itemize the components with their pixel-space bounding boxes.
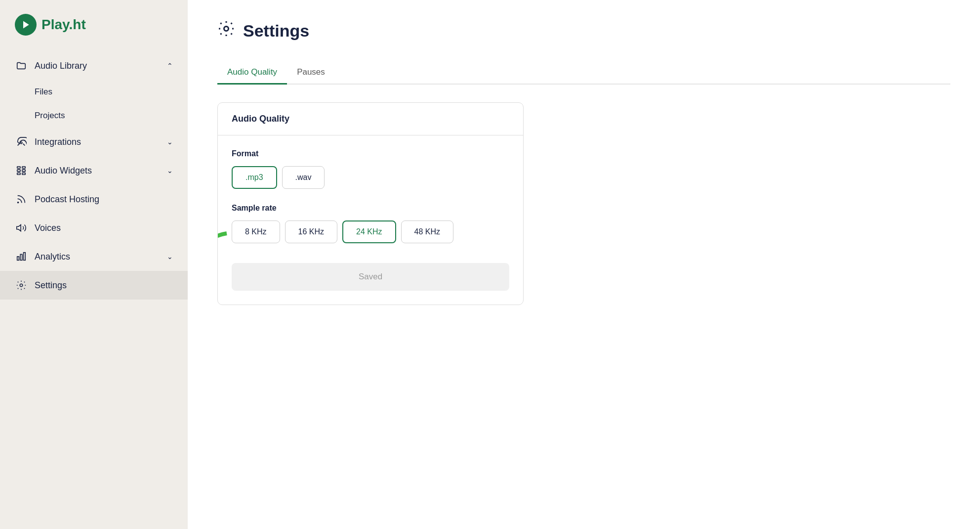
sidebar-item-projects[interactable]: Projects	[0, 104, 188, 128]
format-mp3-button[interactable]: .mp3	[232, 166, 277, 189]
sidebar-item-audio-widgets[interactable]: Audio Widgets ⌄	[0, 156, 188, 185]
logo-text: Play.ht	[41, 17, 86, 33]
svg-marker-0	[23, 21, 29, 29]
sidebar-item-podcast-hosting[interactable]: Podcast Hosting	[0, 185, 188, 214]
save-button[interactable]: Saved	[232, 263, 509, 291]
svg-rect-2	[17, 167, 20, 169]
logo-area: Play.ht	[0, 0, 188, 51]
main-nav: Audio Library ⌃ Files Projects Integrati…	[0, 51, 188, 529]
sidebar-label-audio-library: Audio Library	[35, 61, 160, 71]
rss-icon	[15, 194, 28, 205]
settings-gear-icon	[217, 20, 235, 42]
svg-rect-4	[17, 173, 20, 175]
chevron-down-icon-3: ⌄	[167, 253, 173, 261]
svg-rect-11	[20, 254, 22, 260]
chevron-down-icon-2: ⌄	[167, 167, 173, 175]
sidebar-label-audio-widgets: Audio Widgets	[35, 166, 160, 176]
page-header: Settings	[217, 20, 950, 42]
svg-point-13	[20, 284, 23, 287]
save-section: Saved	[232, 258, 509, 291]
audio-quality-card: Audio Quality Format .mp3 .wav Sample ra…	[217, 102, 524, 305]
tab-pauses[interactable]: Pauses	[287, 61, 335, 85]
svg-rect-12	[24, 253, 26, 261]
card-title: Audio Quality	[232, 114, 509, 124]
speaker-icon	[15, 222, 28, 233]
sample-rate-label: Sample rate	[232, 204, 509, 213]
tab-audio-quality[interactable]: Audio Quality	[217, 61, 287, 85]
svg-rect-6	[22, 170, 25, 172]
sidebar-item-voices[interactable]: Voices	[0, 214, 188, 242]
sidebar-item-integrations[interactable]: Integrations ⌄	[0, 128, 188, 156]
chevron-up-icon: ⌃	[167, 62, 173, 70]
svg-point-1	[20, 142, 22, 144]
svg-point-14	[224, 27, 229, 31]
svg-rect-5	[22, 167, 25, 169]
sidebar-label-analytics: Analytics	[35, 252, 160, 262]
main-content: Settings Audio Quality Pauses Audio Qual…	[188, 0, 980, 529]
projects-label: Projects	[35, 111, 65, 120]
sample-48khz-button[interactable]: 48 KHz	[401, 220, 453, 243]
rocket-icon	[15, 136, 28, 147]
page-title: Settings	[243, 21, 309, 41]
sample-rate-options: 8 KHz 16 KHz 24 KHz 48 KHz	[232, 220, 509, 243]
svg-rect-3	[17, 170, 20, 172]
sample-24khz-button[interactable]: 24 KHz	[342, 220, 396, 243]
logo-icon[interactable]	[15, 14, 37, 36]
widgets-icon	[15, 165, 28, 176]
card-body: Format .mp3 .wav Sample rate 8 KHz 16 KH…	[218, 135, 523, 305]
sample-8khz-button[interactable]: 8 KHz	[232, 220, 280, 243]
settings-tabs: Audio Quality Pauses	[217, 61, 950, 85]
audio-library-subnav: Files Projects	[0, 80, 188, 128]
svg-rect-10	[17, 257, 19, 260]
sidebar-label-settings: Settings	[35, 280, 173, 291]
folder-icon	[15, 60, 28, 71]
sidebar-label-integrations: Integrations	[35, 137, 160, 147]
svg-point-8	[18, 202, 19, 203]
files-label: Files	[35, 87, 52, 96]
sidebar-item-files[interactable]: Files	[0, 80, 188, 104]
sidebar-label-podcast-hosting: Podcast Hosting	[35, 194, 173, 205]
sidebar: Play.ht Audio Library ⌃ Files Projects	[0, 0, 188, 529]
sidebar-item-audio-library[interactable]: Audio Library ⌃	[0, 51, 188, 80]
chevron-down-icon: ⌄	[167, 138, 173, 146]
sidebar-label-voices: Voices	[35, 223, 173, 233]
format-wav-button[interactable]: .wav	[282, 166, 325, 189]
svg-marker-9	[17, 225, 21, 231]
chart-icon	[15, 251, 28, 262]
format-label: Format	[232, 149, 509, 158]
card-header: Audio Quality	[218, 103, 523, 135]
sidebar-item-analytics[interactable]: Analytics ⌄	[0, 242, 188, 271]
gear-icon-sidebar	[15, 280, 28, 291]
svg-rect-7	[22, 173, 25, 175]
sample-16khz-button[interactable]: 16 KHz	[285, 220, 337, 243]
format-options: .mp3 .wav	[232, 166, 509, 189]
sidebar-item-settings[interactable]: Settings	[0, 271, 188, 300]
